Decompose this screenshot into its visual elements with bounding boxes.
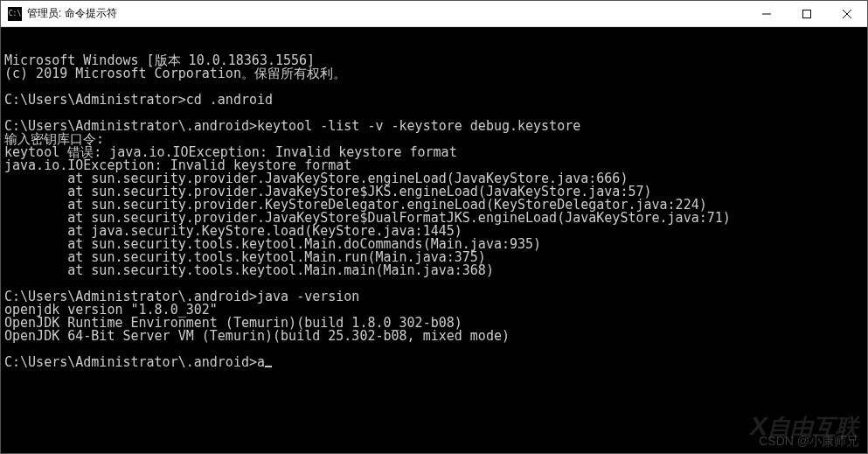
maximize-button[interactable] — [787, 1, 827, 26]
watermark-brand: X自由互联 — [750, 419, 858, 434]
svg-rect-0 — [803, 10, 811, 17]
terminal-output[interactable]: Microsoft Windows [版本 10.0.18363.1556](c… — [1, 27, 867, 453]
close-button[interactable] — [827, 1, 867, 26]
window-buttons — [746, 1, 867, 26]
terminal-line: C:\Users\Administrator>cd .android — [4, 94, 864, 107]
minimize-icon — [762, 10, 771, 18]
minimize-button[interactable] — [746, 1, 787, 26]
titlebar[interactable]: C:\ 管理员: 命令提示符 — [1, 1, 867, 27]
terminal-line: OpenJDK 64-Bit Server VM (Temurin)(build… — [4, 330, 864, 343]
terminal-line: C:\Users\Administrator\.android>keytool … — [4, 120, 864, 133]
cmd-icon: C:\ — [8, 7, 22, 21]
maximize-icon — [802, 10, 811, 18]
terminal-line: C:\Users\Administrator\.android>a — [4, 356, 864, 369]
terminal-line: (c) 2019 Microsoft Corporation。保留所有权利。 — [4, 67, 864, 80]
cursor — [265, 366, 272, 367]
command-prompt-window: C:\ 管理员: 命令提示符 Microsoft Windows [版本 10.… — [0, 0, 868, 454]
watermark-attribution: CSDN @小康师兄 — [759, 435, 858, 448]
terminal-line: at sun.security.tools.keytool.Main.main(… — [4, 264, 864, 277]
window-title: 管理员: 命令提示符 — [27, 6, 746, 21]
close-icon — [843, 10, 851, 18]
